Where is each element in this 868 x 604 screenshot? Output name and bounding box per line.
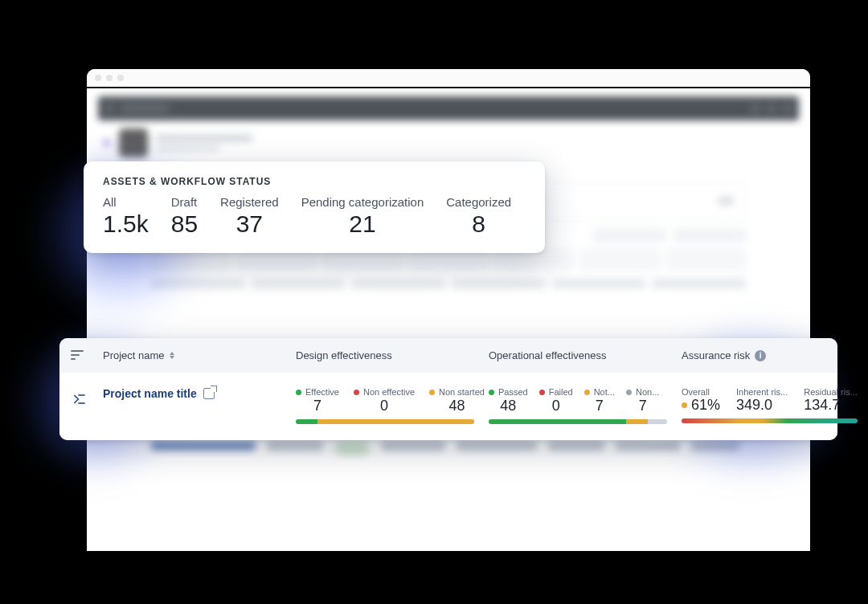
column-label: Assurance risk xyxy=(682,349,750,361)
bullet-icon xyxy=(296,390,301,395)
stat-value: 85 xyxy=(171,210,198,237)
assurance-risk-block: Overall 61% Inherent ris... 349.0 Residu… xyxy=(682,387,858,423)
stat-label: Draft xyxy=(171,195,198,209)
stat-label: Pending categorization xyxy=(301,195,424,209)
op-passed: Passed 48 xyxy=(489,387,528,414)
design-non-effective: Non effective 0 xyxy=(354,387,415,414)
project-name-text: Project name title xyxy=(103,387,197,400)
card-title: ASSETS & WORKFLOW STATUS xyxy=(103,176,526,187)
column-label: Project name xyxy=(103,349,165,361)
bullet-icon xyxy=(354,390,359,395)
bullet-icon xyxy=(429,390,435,395)
design-effectiveness-block: Effective 7 Non effective 0 Non started … xyxy=(296,387,489,424)
design-not-started: Non started 48 xyxy=(429,387,485,414)
column-label: Operational effectiveness xyxy=(489,349,606,361)
op-not: Not... 7 xyxy=(584,387,615,414)
stat-value: 37 xyxy=(236,210,263,237)
project-row: Project name title Effective 7 Non effec… xyxy=(59,373,837,440)
project-table-header: Project name Design effectiveness Operat… xyxy=(59,338,837,373)
sort-icon[interactable] xyxy=(170,352,174,359)
assurance-overall: Overall 61% xyxy=(682,387,720,414)
stat-label: All xyxy=(103,195,117,209)
project-name-link[interactable]: Project name title xyxy=(103,387,296,400)
assurance-gradient-bar xyxy=(682,418,858,423)
stat-value: 8 xyxy=(472,210,485,237)
column-label: Design effectiveness xyxy=(296,349,392,361)
bullet-icon xyxy=(489,390,494,395)
column-project-name[interactable]: Project name xyxy=(103,349,296,361)
column-design-effectiveness[interactable]: Design effectiveness xyxy=(296,349,489,361)
column-operational-effectiveness[interactable]: Operational effectiveness xyxy=(489,349,682,361)
assurance-inherent: Inherent ris... 349.0 xyxy=(736,387,788,414)
window-dot-icon xyxy=(106,75,113,81)
bullet-icon xyxy=(626,390,632,395)
browser-chrome xyxy=(87,69,810,88)
design-effective: Effective 7 xyxy=(296,387,339,414)
stat-registered[interactable]: Registered 37 xyxy=(220,195,279,237)
expand-row-icon[interactable] xyxy=(69,389,90,410)
project-table-card: Project name Design effectiveness Operat… xyxy=(59,338,837,440)
stat-label: Categorized xyxy=(446,195,511,209)
stat-categorized[interactable]: Categorized 8 xyxy=(446,195,511,237)
operational-progress-bar xyxy=(489,419,667,424)
op-failed: Failed 0 xyxy=(539,387,573,414)
open-external-icon[interactable] xyxy=(203,388,215,399)
column-assurance-risk[interactable]: Assurance risk i xyxy=(682,349,823,361)
filter-lines-icon[interactable] xyxy=(66,350,103,361)
bullet-icon xyxy=(584,390,590,395)
stat-label: Registered xyxy=(220,195,279,209)
stat-pending-categorization[interactable]: Pending categorization 21 xyxy=(301,195,424,237)
stat-draft[interactable]: Draft 85 xyxy=(171,195,198,237)
assurance-residual: Residual ris... 134.7 xyxy=(804,387,858,414)
window-dot-icon xyxy=(117,75,124,81)
bullet-icon xyxy=(682,402,687,408)
stat-all[interactable]: All 1.5k xyxy=(103,195,149,237)
stats-row: All 1.5k Draft 85 Registered 37 Pending … xyxy=(103,195,526,237)
assets-workflow-status-card: ASSETS & WORKFLOW STATUS All 1.5k Draft … xyxy=(84,161,545,253)
design-progress-bar xyxy=(296,419,474,424)
info-icon[interactable]: i xyxy=(755,350,766,361)
stat-value: 21 xyxy=(349,210,375,237)
bullet-icon xyxy=(539,390,545,395)
stat-value: 1.5k xyxy=(103,210,149,237)
operational-effectiveness-block: Passed 48 Failed 0 Not... 7 Non... 7 xyxy=(489,387,682,424)
op-non: Non... 7 xyxy=(626,387,659,414)
window-dot-icon xyxy=(95,75,101,81)
